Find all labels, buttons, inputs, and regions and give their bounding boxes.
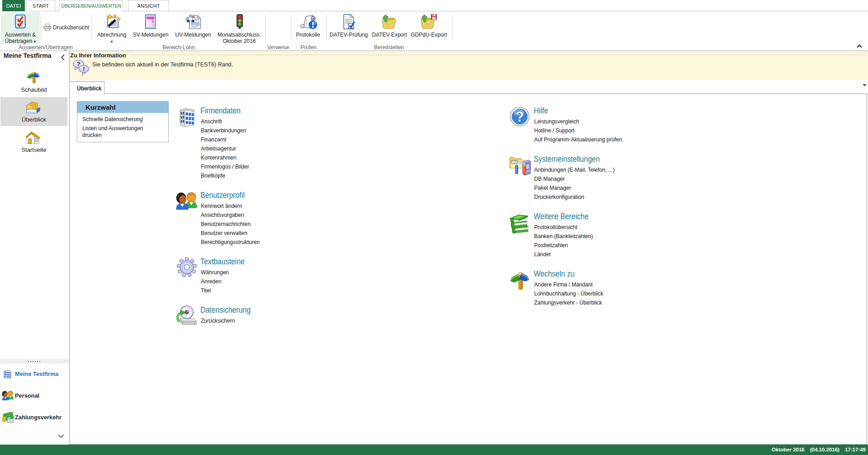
svg-text:!: !	[83, 66, 85, 72]
svg-text:?: ?	[516, 109, 524, 125]
svg-text:?: ?	[76, 61, 80, 67]
